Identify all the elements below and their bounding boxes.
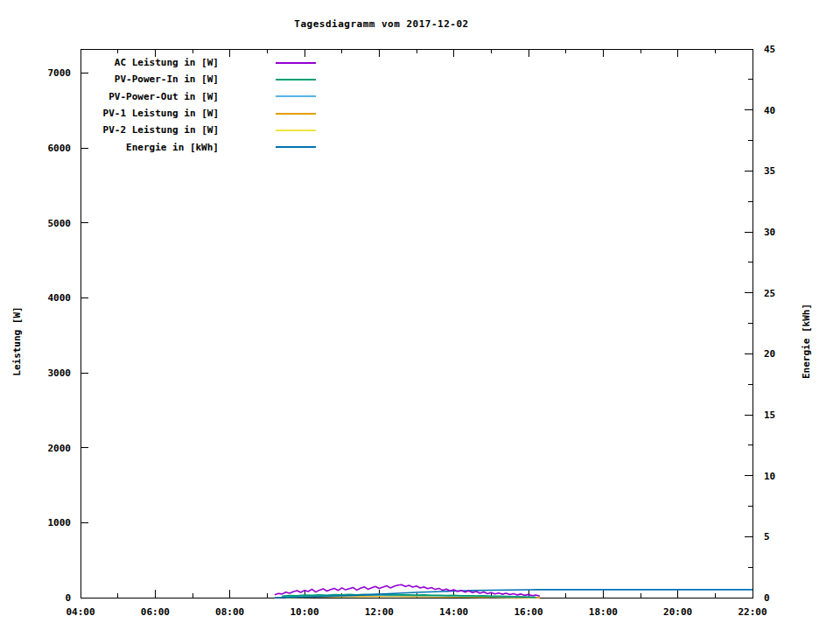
x-tick-label: 18:00 [589,606,618,618]
y-tick-label: 5000 [48,218,72,229]
y2-tick-label: 15 [764,410,775,421]
y-tick-label: 3000 [48,368,72,379]
legend-label: Energie in [kWh] [0,142,219,153]
y-tick-label: 2000 [48,443,72,454]
legend-label: AC Leistung in [W] [0,57,219,68]
legend-item-ac-leistung: AC Leistung in [W] [0,54,316,71]
legend-item-pv1-leistung: PV-1 Leistung in [W] [0,105,316,122]
x-tick-label: 16:00 [514,606,542,618]
y2-tick-label: 45 [764,44,775,55]
legend-item-pv2-leistung: PV-2 Leistung in [W] [0,122,316,138]
y2-tick-label: 5 [764,531,770,542]
y-tick-label: 0 [65,592,71,604]
legend-line-sample [276,113,316,115]
x-tick-label: 12:00 [365,606,394,618]
series-lines [275,584,752,598]
legend-line-sample [276,95,316,97]
chart-legend: AC Leistung in [W] PV-Power-In in [W] PV… [0,54,316,156]
legend-label: PV-Power-In in [W] [0,74,219,85]
y2-tick-label: 35 [764,165,775,177]
legend-label: PV-Power-Out in [W] [0,91,219,102]
x-tick-label: 10:00 [290,606,318,618]
y2-tick-label: 30 [764,227,775,238]
y2-axis-ticks: 051015202530354045 [745,44,775,604]
legend-item-pv-power-in: PV-Power-In in [W] [0,71,316,88]
y2-tick-label: 20 [764,348,775,360]
y-tick-label: 4000 [48,292,72,304]
legend-label: PV-2 Leistung in [W] [0,124,219,136]
legend-item-pv-power-out: PV-Power-Out in [W] [0,88,316,105]
legend-line-sample [276,79,316,80]
x-tick-label: 08:00 [215,606,244,618]
x-tick-label: 06:00 [141,606,170,618]
legend-line-sample [276,130,316,131]
y2-tick-label: 25 [764,288,775,299]
y2-tick-label: 10 [764,471,775,482]
x-tick-label: 20:00 [663,606,692,618]
x-tick-label: 22:00 [738,606,766,618]
legend-item-energie: Energie in [kWh] [0,138,316,155]
legend-line-sample [276,62,316,64]
tagesdiagramm-chart: Tagesdiagramm vom 2017-12-02 Leistung [W… [0,0,840,630]
y-tick-label: 1000 [48,517,72,528]
y2-tick-label: 40 [764,105,775,116]
legend-label: PV-1 Leistung in [W] [0,108,219,119]
y2-tick-label: 0 [764,592,770,604]
x-tick-label: 04:00 [66,606,94,618]
x-tick-label: 14:00 [439,606,468,618]
legend-line-sample [276,146,316,148]
